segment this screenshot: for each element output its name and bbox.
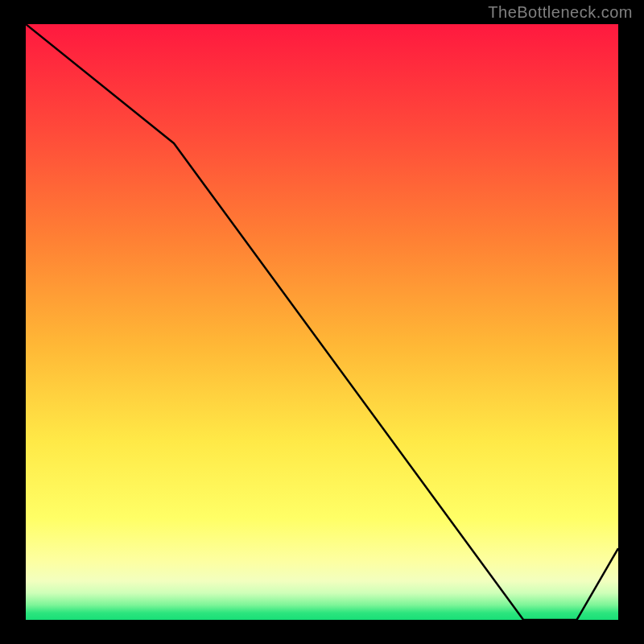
svg-rect-0 bbox=[26, 24, 618, 620]
watermark-text: TheBottleneck.com bbox=[488, 3, 633, 22]
chart-frame bbox=[26, 24, 618, 620]
chart-background-gradient bbox=[26, 24, 618, 620]
